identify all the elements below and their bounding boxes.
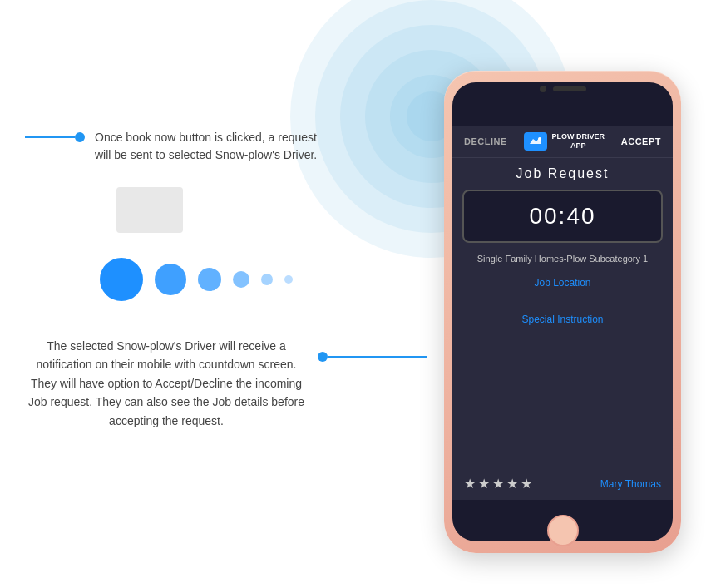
app-body: Job Request 00:40 Single Family Homes-Pl… [452,158,673,350]
dot-1 [100,258,143,301]
job-location-link[interactable]: Job Location [462,277,663,289]
dot-3 [198,268,221,291]
bullet-dot-top [75,132,85,142]
app-header: DECLINE PLOW DRIVER APP [452,126,673,158]
app-logo: PLOW DRIVER APP [524,132,605,151]
dot-6 [284,275,293,284]
star-2: ★ [478,476,490,492]
bottom-bullet-text: The selected Snow-plow's Driver will rec… [25,337,308,430]
bullet-dash-bottom [328,356,427,358]
app-screen: DECLINE PLOW DRIVER APP [452,126,673,500]
service-type: Single Family Homes-Plow Subcategory 1 [462,253,663,265]
user-name: Mary Thomas [600,478,661,490]
accept-button[interactable]: ACCEPT [621,136,661,146]
phone-screen: DECLINE PLOW DRIVER APP [452,82,673,541]
dot-5 [261,274,273,285]
star-rating: ★ ★ ★ ★ ★ [464,476,532,492]
dot-4 [233,271,249,288]
dot-2 [155,264,186,295]
top-bullet-row: Once book now button is clicked, a reque… [25,129,328,164]
bullet-line-bottom [318,352,427,362]
logo-text: PLOW DRIVER APP [552,132,605,151]
phone-outer-shell: DECLINE PLOW DRIVER APP [444,71,681,553]
bullet-line-top [25,132,85,142]
svg-point-0 [538,137,541,141]
bullet-dash-top [25,136,75,138]
top-bullet-text: Once book now button is clicked, a reque… [95,129,328,164]
phone-speaker [553,86,586,91]
app-footer: ★ ★ ★ ★ ★ Mary Thomas [452,467,673,500]
bullet-dot-bottom [318,352,328,362]
phone-home-button[interactable] [547,515,579,546]
placeholder-image [116,187,183,233]
timer-box: 00:40 [462,190,663,243]
star-3: ★ [492,476,504,492]
timer-display: 00:40 [529,203,595,229]
job-request-title: Job Request [462,166,663,181]
bottom-bullet-row: The selected Snow-plow's Driver will rec… [25,337,427,430]
star-1: ★ [464,476,476,492]
phone-mockup: DECLINE PLOW DRIVER APP [444,71,681,553]
logo-icon [524,132,547,151]
phone-camera [540,86,546,92]
decline-button[interactable]: DECLINE [464,136,507,146]
phone-top-bar [540,86,586,92]
dots-row [100,258,293,301]
special-instruction-link[interactable]: Special Instruction [462,314,663,325]
star-4: ★ [506,476,518,492]
star-5: ★ [521,476,532,492]
